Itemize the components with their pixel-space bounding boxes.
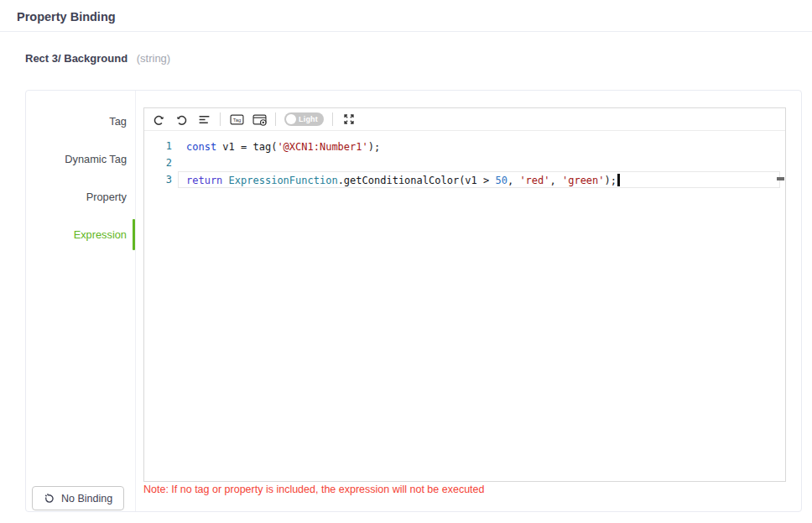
expand-icon[interactable] bbox=[341, 112, 357, 127]
svg-text:Tag: Tag bbox=[232, 118, 240, 123]
tab-label: Tag bbox=[109, 115, 127, 128]
line-number: 2 bbox=[144, 154, 172, 171]
no-binding-button[interactable]: No Binding bbox=[32, 486, 124, 510]
property-name: Rect 3/ Background bbox=[25, 52, 128, 65]
tab-expression[interactable]: Expression bbox=[26, 216, 135, 254]
page-title: Property Binding bbox=[0, 0, 812, 31]
expression-code-editor: Tag Light bbox=[143, 107, 786, 482]
binding-panel: Tag Dynamic Tag Property Expression bbox=[25, 90, 802, 512]
property-subheader: Rect 3/ Background (string) bbox=[25, 52, 812, 65]
redo-icon[interactable] bbox=[174, 112, 189, 127]
expression-note: Note: If no tag or property is included,… bbox=[143, 484, 484, 495]
tab-dynamic-tag[interactable]: Dynamic Tag bbox=[26, 140, 135, 178]
code-line[interactable]: 3return ExpressionFunction.getConditiona… bbox=[144, 171, 785, 188]
header-divider bbox=[0, 31, 812, 32]
line-number: 1 bbox=[144, 138, 172, 154]
active-tab-indicator bbox=[133, 219, 135, 250]
tab-label: Dynamic Tag bbox=[65, 153, 127, 165]
tab-tag[interactable]: Tag bbox=[26, 102, 135, 140]
code-text[interactable]: return ExpressionFunction.getConditional… bbox=[178, 171, 780, 188]
binding-tabs: Tag Dynamic Tag Property Expression bbox=[26, 102, 135, 254]
overview-ruler-cursor-mark bbox=[777, 177, 784, 180]
editor-toolbar: Tag Light bbox=[144, 108, 785, 131]
tab-property[interactable]: Property bbox=[26, 178, 135, 216]
line-number: 3 bbox=[144, 171, 172, 188]
tab-label: Property bbox=[86, 191, 127, 203]
undo-icon[interactable] bbox=[151, 112, 166, 127]
insert-tag-icon[interactable]: Tag bbox=[229, 112, 244, 127]
code-area[interactable]: 1const v1 = tag('@XCN1:Number1');23retur… bbox=[144, 131, 785, 483]
no-binding-label: No Binding bbox=[61, 493, 112, 505]
toggle-knob-icon bbox=[286, 114, 296, 124]
tab-label: Expression bbox=[74, 228, 127, 241]
format-lines-icon[interactable] bbox=[196, 112, 211, 127]
theme-toggle[interactable]: Light bbox=[284, 112, 324, 126]
unlink-icon bbox=[44, 493, 55, 505]
toggle-label: Light bbox=[299, 115, 318, 123]
code-text[interactable] bbox=[178, 154, 780, 171]
toolbar-separator bbox=[332, 112, 333, 126]
nav-divider bbox=[135, 91, 136, 511]
code-line[interactable]: 2 bbox=[144, 154, 785, 171]
code-lines: 1const v1 = tag('@XCN1:Number1');23retur… bbox=[144, 138, 785, 188]
code-text[interactable]: const v1 = tag('@XCN1:Number1'); bbox=[178, 138, 780, 154]
toolbar-separator bbox=[220, 112, 221, 126]
property-type: (string) bbox=[137, 52, 170, 65]
code-line[interactable]: 1const v1 = tag('@XCN1:Number1'); bbox=[144, 138, 785, 154]
toolbar-separator bbox=[275, 112, 276, 126]
insert-tag-options-icon[interactable] bbox=[252, 112, 267, 127]
text-cursor bbox=[617, 174, 620, 186]
